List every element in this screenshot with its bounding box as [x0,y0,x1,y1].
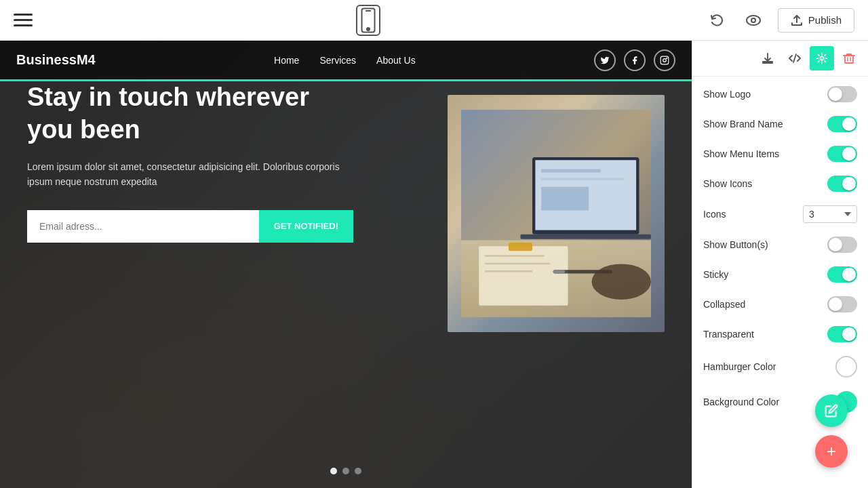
icons-count-row: Icons 3 [692,199,868,230]
show-brand-name-row: Show Brand Name [692,109,868,139]
hamburger-color-row: Hamburger Color [692,349,868,384]
show-brand-name-toggle[interactable] [827,116,857,132]
svg-rect-22 [553,270,566,273]
svg-rect-26 [845,56,853,63]
canvas: BusinessM4 Home Services About Us [0,41,692,488]
show-icons-row: Show Icons [692,169,868,199]
show-buttons-knob [829,238,842,251]
collapsed-label: Collapsed [703,299,745,310]
mobile-preview-icon[interactable] [356,5,380,36]
show-buttons-label: Show Button(s) [703,239,768,250]
topbar: Publish [0,0,868,41]
icons-count-dropdown[interactable]: 3 [803,205,857,223]
nav-link-home[interactable]: Home [274,55,299,66]
collapsed-row: Collapsed [692,289,868,319]
collapsed-knob [829,298,842,311]
hero-title: Stay in touch wherever you been [27,81,353,146]
nav-icon-facebook[interactable] [624,49,646,71]
preview-button[interactable] [741,8,766,33]
svg-rect-18 [485,263,550,265]
svg-point-25 [821,57,824,60]
code-button[interactable] [783,46,807,70]
svg-point-3 [747,16,760,25]
fab-add-button[interactable]: + [815,435,848,468]
topbar-center [356,5,380,36]
site-brand-name: BusinessM4 [16,52,96,68]
show-menu-items-row: Show Menu Items [692,139,868,169]
transparent-row: Transparent [692,319,868,349]
svg-rect-19 [485,270,532,272]
transparent-knob [842,327,856,341]
hero-form: GET NOTIFIED! [27,210,353,243]
show-brand-name-knob [842,117,856,131]
gear-button[interactable] [810,46,834,70]
svg-rect-17 [485,255,545,257]
show-logo-knob [829,87,842,101]
sticky-knob [842,268,856,281]
download-button[interactable] [755,46,780,70]
undo-button[interactable] [705,8,729,33]
svg-point-6 [663,58,667,62]
hamburger-menu-icon[interactable] [14,14,33,26]
icons-count-value: 3 [809,209,814,220]
delete-button[interactable] [837,46,861,70]
fab-container: + [815,394,848,468]
site-nav-icons [594,49,675,71]
show-icons-toggle[interactable] [827,176,857,192]
svg-rect-14 [541,187,589,211]
transparent-label: Transparent [703,329,754,340]
show-menu-items-toggle[interactable] [827,146,857,162]
sticky-label: Sticky [703,269,728,280]
nav-icon-twitter[interactable] [594,49,616,71]
svg-rect-12 [541,169,601,172]
topbar-left [14,14,33,26]
show-logo-toggle[interactable] [827,86,857,102]
hero-image-card [448,95,665,332]
carousel-dot-1[interactable] [330,468,337,474]
show-logo-row: Show Logo [692,79,868,109]
hero-carousel-dots [330,468,361,474]
nav-link-about[interactable]: About Us [376,55,416,66]
svg-point-2 [368,28,370,30]
svg-point-4 [751,18,755,22]
site-nav-links: Home Services About Us [274,55,416,66]
carousel-dot-2[interactable] [342,468,349,474]
collapsed-toggle[interactable] [827,296,857,312]
show-menu-items-label: Show Menu Items [703,148,779,159]
show-buttons-toggle[interactable] [827,237,857,253]
show-icons-label: Show Icons [703,178,752,189]
icons-count-label: Icons [703,209,726,220]
svg-rect-0 [362,8,375,32]
svg-rect-13 [541,178,625,181]
show-icons-knob [842,177,856,190]
publish-button[interactable]: Publish [778,8,854,33]
sticky-row: Sticky [692,260,868,289]
svg-rect-15 [521,235,652,239]
hero-image-placeholder [448,95,665,332]
svg-point-7 [667,58,667,58]
nav-icon-instagram[interactable] [654,49,675,71]
hamburger-color-picker[interactable] [835,356,857,378]
transparent-toggle[interactable] [827,326,857,342]
sticky-toggle[interactable] [827,266,857,283]
topbar-right: Publish [705,8,854,33]
background-color-label: Background Color [703,396,779,407]
publish-label: Publish [808,14,842,26]
hero-cta-button[interactable]: GET NOTIFIED! [259,210,353,243]
svg-rect-20 [509,243,532,251]
svg-rect-5 [660,56,669,64]
carousel-dot-3[interactable] [355,468,361,474]
hero-email-input[interactable] [27,210,259,243]
svg-line-24 [793,54,796,62]
fab-add-icon: + [827,443,836,460]
show-logo-label: Show Logo [703,89,751,100]
site-navbar: BusinessM4 Home Services About Us [0,41,692,81]
settings-toolbar [692,41,868,77]
svg-point-23 [592,264,652,300]
show-buttons-row: Show Button(s) [692,230,868,260]
nav-link-services[interactable]: Services [319,55,356,66]
hamburger-color-label: Hamburger Color [703,361,776,372]
hero-subtitle: Lorem ipsum dolor sit amet, consectetur … [27,159,353,190]
show-menu-items-knob [842,147,856,161]
fab-edit-button[interactable] [815,394,848,427]
